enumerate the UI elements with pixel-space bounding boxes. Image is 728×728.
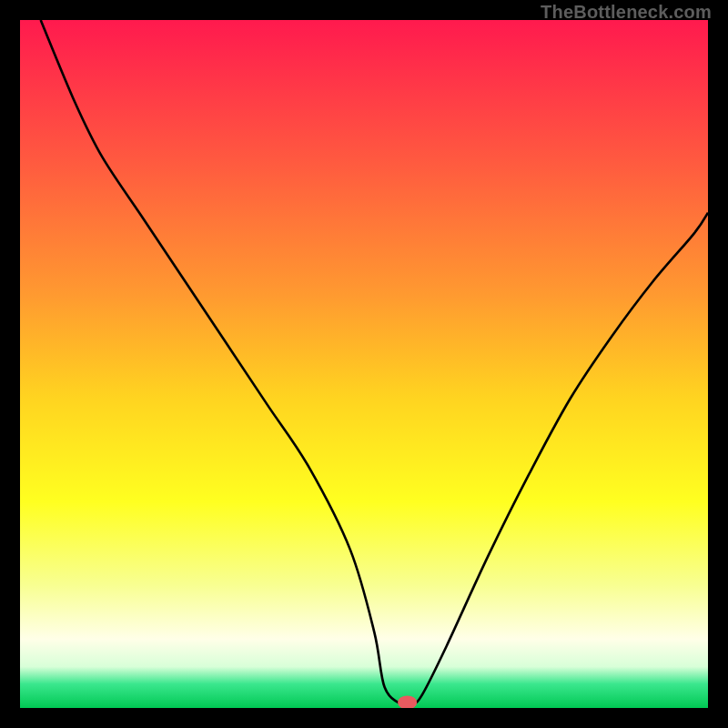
chart-frame: TheBottleneck.com: [0, 0, 728, 728]
bottleneck-chart: [20, 20, 708, 708]
chart-background: [20, 20, 708, 708]
